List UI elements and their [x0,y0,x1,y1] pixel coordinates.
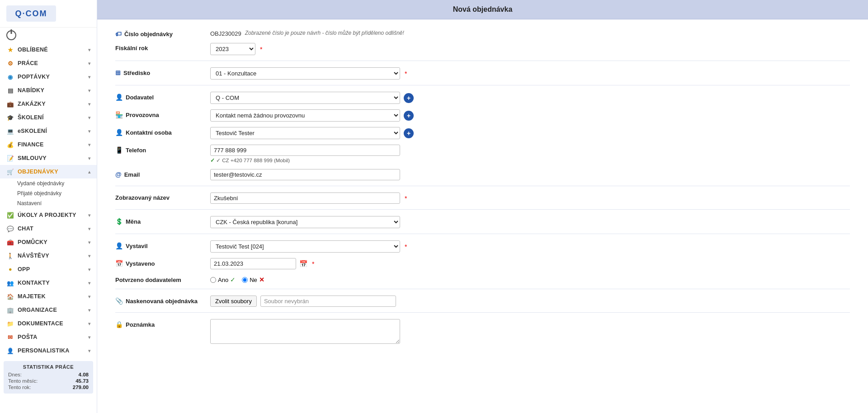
sidebar: Q·COM ★ OBLÍBENÉ ▾ ⚙ PRÁCE ▾ ◉ POPTÁVKY … [0,0,97,413]
sidebar-item-prace[interactable]: ⚙ PRÁCE ▾ [0,56,97,70]
fiskalni-rok-label: Fiskální rok [115,45,148,52]
sidebar-item-organizace[interactable]: 🏢 ORGANIZACE ▾ [0,303,97,317]
kontaktni-osoba-add-button[interactable]: + [404,128,414,138]
logo: Q·COM [6,5,56,22]
chat-icon: 💬 [6,225,14,233]
row-vystaveno: 📅 Vystaveno 📅 * [115,258,850,269]
sidebar-item-chat[interactable]: 💬 CHAT ▾ [0,222,97,235]
chevron-finance: ▾ [88,142,90,147]
row-poznamka: 🔒 Poznámka [115,319,850,344]
sidebar-item-navstevy[interactable]: 🚶 NÁVŠTĚVY ▾ [0,249,97,263]
zobrazovany-nazev-input[interactable] [210,192,400,204]
row-zobrazovany-nazev: Zobrazovaný název * [115,192,850,204]
row-email: @ Email [115,169,850,180]
ukoly-icon: ✅ [6,211,14,219]
check-icon: ✓ [210,157,215,164]
sidebar-item-zakazky[interactable]: 💼 ZAKÁZKY ▾ [0,97,97,111]
stat-val-rok: 279.00 [73,385,89,390]
stredisko-select[interactable]: 01 - Konzultace [210,67,400,80]
sidebar-item-personalistika[interactable]: 👤 PERSONALISTIKA ▾ [0,344,97,357]
sidebar-label-posta: POŠTA [18,334,38,340]
sidebar-sub-vydane[interactable]: Vydané objednávky [17,178,97,188]
stat-row-mesic: Tento měsíc: 45.73 [8,378,89,384]
power-icon[interactable] [6,30,16,40]
navstevy-icon: 🚶 [6,252,14,260]
sidebar-item-majetek[interactable]: 🏠 MAJETEK ▾ [0,290,97,303]
sidebar-sub-prijate[interactable]: Přijaté objednávky [17,188,97,198]
row-mena: 💲 Měna CZK - Česká republika [koruna] [115,216,850,228]
radio-ano-text: Ano [218,277,228,283]
radio-ano[interactable] [210,277,216,283]
cislo-note: Zobrazené číslo je pouze návrh - číslo m… [245,30,404,36]
file-choose-button[interactable]: Zvolit soubory [210,296,257,307]
stat-val-dnes: 4.08 [79,372,89,377]
eskoleni-icon: 💻 [6,127,14,135]
chevron-opp: ▾ [88,267,90,272]
poznamka-textarea[interactable] [210,319,400,344]
majetek-icon: 🏠 [6,292,14,300]
calendar-icon[interactable]: 📅 [299,260,308,268]
dodavatel-select[interactable]: Q - COM [210,92,400,104]
sidebar-item-poptavky[interactable]: ◉ POPTÁVKY ▾ [0,70,97,84]
zakazky-icon: 💼 [6,100,14,108]
sidebar-item-dokumentace[interactable]: 📁 DOKUMENTACE ▾ [0,317,97,330]
chevron-organizace: ▾ [88,308,90,313]
logo-area: Q·COM [0,0,97,28]
main-area: Nová objednávka 🏷 Číslo objednávky OBJ23… [97,0,868,413]
nabidky-icon: ▤ [6,86,14,94]
sidebar-item-skoleni[interactable]: 🎓 ŠKOLENÍ ▾ [0,111,97,124]
sidebar-label-poptavky: POPTÁVKY [18,74,50,80]
objednavky-submenu: Vydané objednávky Přijaté objednávky Nas… [0,178,97,208]
sidebar-item-objednavky[interactable]: 🛒 OBJEDNÁVKY ▴ [0,165,97,178]
kontaktni-osoba-select[interactable]: Testovič Tester [210,127,400,139]
sidebar-item-smlouvy[interactable]: 📝 SMLOUVY ▾ [0,151,97,165]
ne-x-icon: ✕ [259,276,264,283]
dodavatel-add-button[interactable]: + [404,93,414,103]
power-button-area[interactable] [0,28,97,43]
fiskalni-rok-select[interactable]: 2023 2022 2024 [210,43,255,55]
sidebar-item-finance[interactable]: 💰 FINANCE ▾ [0,138,97,151]
sidebar-sub-nastaveni[interactable]: Nastavení [17,198,97,208]
telefon-icon: 📱 [115,146,123,154]
sidebar-label-ukoly: ÚKOLY A PROJEKTY [18,212,76,218]
sidebar-item-pomucky[interactable]: 🧰 POMŮCKY ▾ [0,235,97,249]
chevron-dokumentace: ▾ [88,321,90,326]
chevron-skoleni: ▾ [88,115,90,120]
ano-check-icon: ✓ [230,276,236,283]
sidebar-item-posta[interactable]: ✉ POŠTA ▾ [0,330,97,344]
fiskalni-rok-required: * [260,46,262,53]
provozovna-select[interactable]: Kontakt nemá žádnou provozovnu [210,109,400,122]
row-stredisko: ⊞ Středisko 01 - Konzultace * [115,67,850,80]
sidebar-item-kontakty[interactable]: 👥 KONTAKTY ▾ [0,276,97,290]
sidebar-item-opp[interactable]: ● OPP ▾ [0,263,97,276]
row-fiskalni-rok: Fiskální rok 2023 2022 2024 * [115,43,850,55]
sidebar-label-navstevy: NÁVŠTĚVY [18,253,49,259]
dodavatel-label: Dodavatel [126,94,154,101]
stredisko-icon: ⊞ [115,69,121,76]
stat-title: STATISTIKA PRÁCE [8,364,89,370]
stat-row-rok: Tento rok: 279.00 [8,384,89,390]
posta-icon: ✉ [6,333,14,341]
dokumentace-icon: 📁 [6,319,14,328]
sidebar-label-oblibene: OBLÍBENÉ [18,47,48,53]
vystavil-select[interactable]: Testovič Test [024] [210,240,400,253]
chevron-smlouvy: ▾ [88,156,90,161]
sidebar-item-oblibene[interactable]: ★ OBLÍBENÉ ▾ [0,43,97,56]
sidebar-label-kontakty: KONTAKTY [18,280,50,286]
telefon-label: Telefon [126,147,146,154]
sidebar-item-nabidky[interactable]: ▤ NABÍDKY ▾ [0,84,97,97]
finance-icon: 💰 [6,141,14,149]
chevron-kontakty: ▾ [88,281,90,286]
form-content: 🏷 Číslo objednávky OBJ230029 Zobrazené č… [97,19,868,413]
cislo-label: Číslo objednávky [124,31,173,38]
radio-ano-label[interactable]: Ano ✓ [210,276,236,283]
radio-ne-label[interactable]: Ne ✕ [242,276,264,283]
sidebar-item-eskoleni[interactable]: 💻 eSKOLENÍ ▾ [0,124,97,138]
sidebar-item-ukoly[interactable]: ✅ ÚKOLY A PROJEKTY ▾ [0,208,97,222]
row-vystavil: 👤 Vystavil Testovič Test [024] * [115,240,850,253]
provozovna-add-button[interactable]: + [404,111,414,121]
radio-ne[interactable] [242,277,248,283]
mena-select[interactable]: CZK - Česká republika [koruna] [210,216,400,228]
row-dodavatel: 👤 Dodavatel Q - COM + [115,92,850,104]
vystaveno-input[interactable] [210,258,296,269]
